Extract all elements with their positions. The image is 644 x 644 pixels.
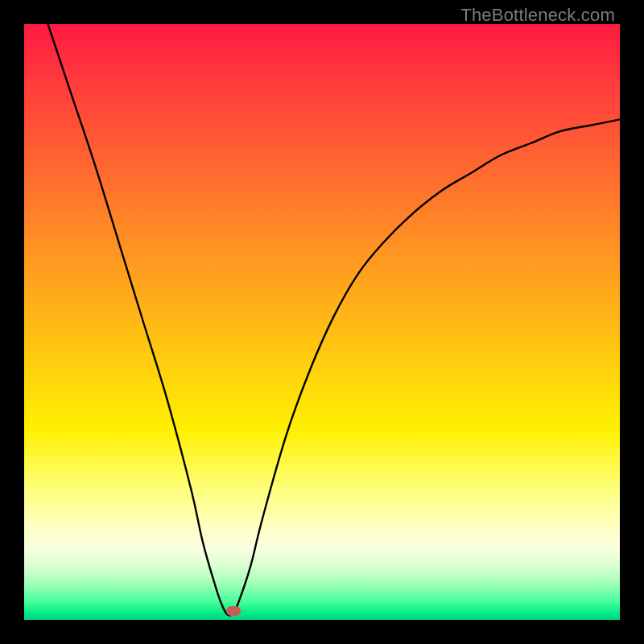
watermark-text: TheBottleneck.com: [460, 5, 615, 26]
optimum-marker: [226, 606, 241, 616]
bottleneck-curve: [24, 24, 620, 620]
